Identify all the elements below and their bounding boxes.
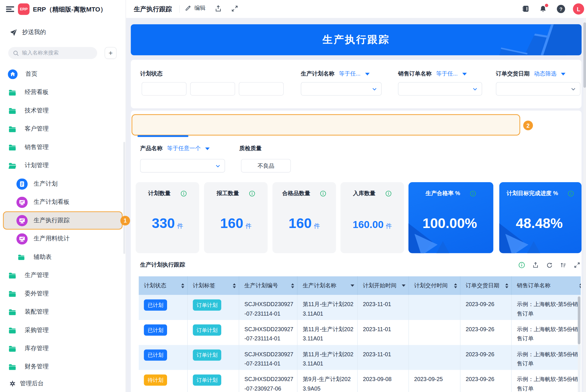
active-tab-underline xyxy=(138,135,188,137)
panel-toggle-icon[interactable] xyxy=(522,5,530,13)
status-badge: 待计划 xyxy=(144,374,167,386)
caret-down-icon[interactable] xyxy=(462,73,467,76)
table-body: 已计划 订单计划 SCJHXSDD230927-07-231114-01 第11… xyxy=(139,295,581,392)
sort-icon[interactable] xyxy=(351,284,354,287)
sort-icon[interactable] xyxy=(454,283,457,288)
info-icon[interactable] xyxy=(180,191,187,197)
cell-plan-name: 第11月-生产计划2023.11A01 xyxy=(297,345,358,370)
sales-order-operator[interactable]: 等于任... xyxy=(436,70,458,78)
page-scrollbar-thumb[interactable] xyxy=(583,22,586,88)
kpi-label: 入库数量 xyxy=(353,190,375,197)
export-icon[interactable] xyxy=(532,262,539,268)
caret-down-icon[interactable] xyxy=(561,73,566,76)
kpi-label: 报工数量 xyxy=(217,190,239,197)
sidebar-item-1[interactable]: 经营看板 xyxy=(0,83,126,101)
product-name-select[interactable] xyxy=(140,159,225,173)
fullscreen-icon[interactable] xyxy=(231,5,239,13)
kpi-value: 160件 xyxy=(272,216,336,231)
share-icon[interactable] xyxy=(214,5,222,13)
sort-icon[interactable] xyxy=(233,283,236,288)
search-input[interactable]: 输入名称来搜索 xyxy=(8,47,97,59)
sort-icon[interactable] xyxy=(181,283,184,288)
notifications-bell-icon[interactable] xyxy=(539,5,547,13)
sidebar-item-admin[interactable]: 管理后台 xyxy=(9,377,44,390)
table-row[interactable]: 待计划 订单计划 SCJHXSDD230927-07-230927-06 第9月… xyxy=(139,370,581,392)
info-icon[interactable] xyxy=(320,191,326,197)
edit-button[interactable]: 编辑 xyxy=(185,5,205,12)
sidebar-item-2[interactable]: 技术管理 xyxy=(0,101,126,120)
delivery-date-operator[interactable]: 动态筛选 xyxy=(534,70,557,78)
caret-down-icon[interactable] xyxy=(365,73,370,76)
kpi-card: 报工数量 160件 xyxy=(204,182,267,253)
folder-open-icon xyxy=(8,161,17,170)
sidebar-item-7[interactable]: 生产计划看板 xyxy=(0,193,126,211)
sidebar-item-6[interactable]: 生产计划 xyxy=(0,175,126,193)
sidebar-item-0[interactable]: 首页 xyxy=(0,65,126,83)
caret-down-icon[interactable] xyxy=(205,148,210,150)
sidebar-item-12[interactable]: 委外管理 xyxy=(0,284,126,303)
table-scrollbar-thumb[interactable] xyxy=(578,296,581,344)
defective-filter-button[interactable]: 不良品 xyxy=(241,159,291,173)
table-column-header[interactable]: 生产计划名称 xyxy=(297,276,358,295)
info-icon[interactable] xyxy=(518,262,525,268)
info-icon[interactable] xyxy=(249,191,255,197)
sidebar-scrollbar[interactable] xyxy=(123,142,125,254)
sidebar-item-15[interactable]: 库存管理 xyxy=(0,339,126,357)
notification-dot xyxy=(545,4,548,7)
info-icon[interactable] xyxy=(568,191,574,197)
sidebar-item-4[interactable]: 销售管理 xyxy=(0,138,126,156)
sort-icon[interactable] xyxy=(579,283,581,288)
plan-status-option-button[interactable] xyxy=(142,82,186,96)
folder-icon xyxy=(8,271,17,280)
cell-delivery-date: 2023-09-26 xyxy=(460,345,512,370)
table-row[interactable]: 已计划 订单计划 SCJHXSDD230927-07-231114-01 第11… xyxy=(139,295,581,320)
sort-icon[interactable] xyxy=(291,283,294,288)
content-area: 生产执行跟踪 计划状态 生产计划名称 等于任... 销售订单名称 等于任... xyxy=(126,18,586,392)
table-column-header[interactable]: 销售订单名称 xyxy=(512,276,581,295)
banner-decoration xyxy=(497,48,527,55)
sidebar-item-13[interactable]: 装配管理 xyxy=(0,303,126,321)
add-button[interactable]: + xyxy=(105,47,117,59)
plan-name-select[interactable] xyxy=(301,82,382,96)
delivery-date-select[interactable] xyxy=(496,82,581,96)
plan-name-operator[interactable]: 等于任... xyxy=(339,70,360,78)
sidebar-item-11[interactable]: 生产管理 xyxy=(0,266,126,284)
plan-status-option-button[interactable] xyxy=(239,82,284,96)
sales-order-select[interactable] xyxy=(398,82,482,96)
table-column-header[interactable]: 计划开始时间 xyxy=(358,276,409,295)
product-name-operator[interactable]: 等于任意一个 xyxy=(167,145,201,152)
plan-status-option-button[interactable] xyxy=(190,82,235,96)
sidebar-item-14[interactable]: 采购管理 xyxy=(0,321,126,339)
table-column-header[interactable]: 订单交货日期 xyxy=(460,276,512,295)
table-column-header[interactable]: 计划标签 xyxy=(188,276,239,295)
help-icon[interactable]: ? xyxy=(557,5,565,13)
sidebar-item-9[interactable]: 生产用料统计 xyxy=(0,230,126,248)
sidebar-item-5[interactable]: 计划管理 xyxy=(0,157,126,175)
info-icon[interactable] xyxy=(470,191,476,197)
page-scrollbar[interactable] xyxy=(583,18,586,392)
sort-icon[interactable] xyxy=(402,284,405,287)
sidebar-item-copy-to-me[interactable]: 抄送我的 xyxy=(9,27,46,37)
menu-toggle-icon[interactable] xyxy=(6,6,14,12)
tag-badge: 订单计划 xyxy=(193,374,221,386)
custom-sort-icon[interactable] xyxy=(560,262,566,268)
table-column-header[interactable]: 计划交付时间 xyxy=(409,276,460,295)
expand-icon[interactable] xyxy=(574,262,580,268)
cell-plan-status: 已计划 xyxy=(139,320,188,345)
info-icon[interactable] xyxy=(385,191,392,197)
refresh-icon[interactable] xyxy=(546,262,553,268)
cell-due-date xyxy=(409,320,460,345)
table-column-header[interactable]: 计划状态 xyxy=(139,276,188,295)
sidebar-item-10[interactable]: 辅助表 xyxy=(0,248,126,266)
table-column-header[interactable]: 生产计划编号 xyxy=(239,276,297,295)
table-toolbar xyxy=(518,262,581,268)
sidebar-item-3[interactable]: 客户管理 xyxy=(0,120,126,138)
avatar[interactable]: L xyxy=(573,3,584,15)
data-table: 计划状态 计划标签 生产计划编号 生产计划名称 计划开始时间 计划交付时间 订单… xyxy=(139,276,581,392)
sidebar-item-16[interactable]: 财务管理 xyxy=(0,358,126,376)
sort-icon[interactable] xyxy=(505,283,508,288)
table-row[interactable]: 已计划 订单计划 SCJHXSDD230927-07-231114-01 第11… xyxy=(139,345,581,370)
sidebar-item-8[interactable]: 生产执行跟踪 1 xyxy=(3,211,122,229)
table-row[interactable]: 已计划 订单计划 SCJHXSDD230927-07-231114-01 第11… xyxy=(139,320,581,345)
cell-delivery-date: 2023-09-26 xyxy=(460,295,512,320)
